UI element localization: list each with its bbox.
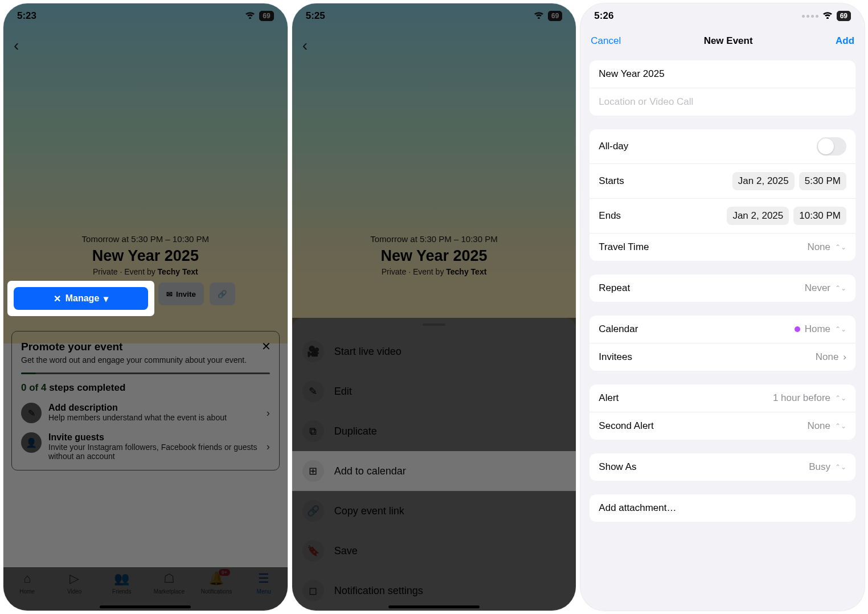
envelope-icon: ✉ (166, 290, 173, 298)
calendar-row[interactable]: Calendar Home⌃⌄ (589, 316, 855, 343)
home-indicator (388, 605, 480, 608)
link-icon: 🔗 (218, 290, 227, 298)
chevron-right-icon: › (843, 351, 846, 363)
status-bar: 5:23 69 (3, 3, 288, 28)
status-bar: 5:26 69 (580, 3, 865, 28)
attachment-card: Add attachment… (589, 494, 855, 522)
alerts-card: Alert 1 hour before⌃⌄ Second Alert None⌃… (589, 384, 855, 440)
wifi-icon (533, 10, 544, 22)
title-location-card (589, 60, 855, 116)
allday-toggle[interactable] (817, 137, 846, 155)
battery-level: 69 (259, 11, 273, 21)
alert-row[interactable]: Alert 1 hour before⌃⌄ (589, 384, 855, 412)
ends-time-button[interactable]: 10:30 PM (793, 207, 846, 225)
invitees-row[interactable]: Invitees None› (589, 343, 855, 371)
cancel-button[interactable]: Cancel (591, 35, 621, 47)
home-indicator (100, 605, 191, 608)
invite-button[interactable]: ✉ Invite (158, 283, 204, 305)
tools-icon: ✕ (54, 293, 61, 304)
updown-icon: ⌃⌄ (835, 394, 846, 402)
manage-button-highlight: ✕ Manage ▾ (9, 283, 153, 314)
phone-manage-sheet: 5:25 69 ‹ Tomorrow at 5:30 PM – 10:30 PM… (292, 3, 576, 611)
location-field[interactable] (589, 88, 855, 116)
battery-level: 69 (837, 11, 851, 21)
dropdown-caret-icon: ▾ (104, 293, 108, 304)
add-button[interactable]: Add (836, 35, 854, 47)
ends-row: Ends Jan 2, 2025 10:30 PM (589, 199, 855, 234)
event-title-field[interactable] (589, 60, 855, 88)
copy-link-button[interactable]: 🔗 (210, 283, 235, 305)
starts-date-button[interactable]: Jan 2, 2025 (732, 172, 795, 190)
phone-ios-new-event: 5:26 69 Cancel New Event Add All-day Sta… (580, 3, 865, 611)
nav-title: New Event (704, 35, 753, 47)
updown-icon: ⌃⌄ (835, 463, 846, 471)
travel-time-row[interactable]: Travel Time None⌃⌄ (589, 234, 855, 261)
calendar-color-dot (795, 326, 800, 332)
updown-icon: ⌃⌄ (835, 325, 846, 333)
nav-bar: Cancel New Event Add (580, 28, 865, 54)
datetime-card: All-day Starts Jan 2, 2025 5:30 PM Ends … (589, 129, 855, 261)
repeat-card: Repeat Never⌃⌄ (589, 275, 855, 302)
repeat-row[interactable]: Repeat Never⌃⌄ (589, 275, 855, 302)
battery-level: 69 (548, 11, 562, 21)
add-attachment-row[interactable]: Add attachment… (589, 494, 855, 522)
status-time: 5:26 (594, 10, 613, 22)
calendar-invitees-card: Calendar Home⌃⌄ Invitees None› (589, 316, 855, 371)
status-time: 5:25 (306, 10, 325, 22)
wifi-icon (822, 10, 833, 22)
allday-row: All-day (589, 129, 855, 164)
starts-row: Starts Jan 2, 2025 5:30 PM (589, 164, 855, 199)
manage-button[interactable]: ✕ Manage ▾ (14, 287, 148, 310)
ends-date-button[interactable]: Jan 2, 2025 (727, 207, 789, 225)
wifi-icon (244, 10, 256, 22)
updown-icon: ⌃⌄ (835, 243, 846, 251)
location-input[interactable] (599, 96, 846, 108)
status-bar: 5:25 69 (292, 3, 576, 28)
updown-icon: ⌃⌄ (835, 284, 846, 292)
showas-row[interactable]: Show As Busy⌃⌄ (589, 453, 855, 481)
showas-card: Show As Busy⌃⌄ (589, 453, 855, 481)
second-alert-row[interactable]: Second Alert None⌃⌄ (589, 412, 855, 440)
phone-facebook-event: 5:23 69 ‹ Tomorrow at 5:30 PM – 10:30 PM… (3, 3, 288, 611)
starts-time-button[interactable]: 5:30 PM (799, 172, 846, 190)
recording-dots-icon (802, 15, 818, 18)
status-time: 5:23 (17, 10, 36, 22)
updown-icon: ⌃⌄ (835, 422, 846, 430)
title-input[interactable] (599, 68, 846, 80)
